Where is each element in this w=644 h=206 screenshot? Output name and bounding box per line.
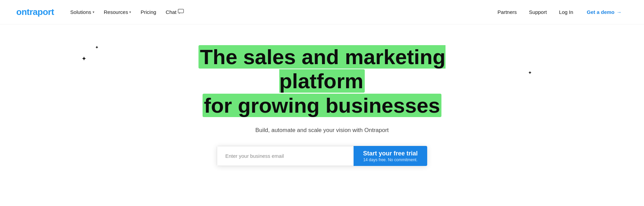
- hero-subtitle: Build, automate and scale your vision wi…: [255, 127, 389, 134]
- chevron-down-icon: ▾: [93, 10, 94, 14]
- nav-right-items: Partners Support Log In Get a demo →: [493, 6, 628, 18]
- trial-button-sub-label: 14 days free. No commitment.: [363, 157, 417, 162]
- sparkle-icon-3: ✦: [528, 70, 532, 75]
- hero-title-line1: The sales and marketing platform: [198, 45, 446, 93]
- arrow-right-icon: →: [617, 9, 622, 15]
- nav-support[interactable]: Support: [524, 6, 552, 18]
- chat-icon: [178, 9, 184, 16]
- email-input[interactable]: [217, 146, 354, 166]
- svg-rect-0: [178, 9, 184, 13]
- email-form: Start your free trial 14 days free. No c…: [217, 146, 427, 166]
- nav-pricing[interactable]: Pricing: [136, 6, 160, 18]
- trial-button-main-label: Start your free trial: [363, 150, 418, 157]
- nav-resources[interactable]: Resources ▾: [100, 6, 135, 18]
- navbar: ontraport Solutions ▾ Resources ▾ Pricin…: [0, 0, 644, 24]
- nav-chat[interactable]: Chat: [162, 6, 188, 18]
- nav-partners[interactable]: Partners: [493, 6, 522, 18]
- nav-get-demo[interactable]: Get a demo →: [581, 6, 628, 18]
- start-trial-button[interactable]: Start your free trial 14 days free. No c…: [354, 146, 427, 166]
- hero-section: ✦ ✦ ✦ The sales and marketing platform f…: [0, 24, 644, 183]
- nav-login[interactable]: Log In: [554, 6, 578, 18]
- nav-solutions[interactable]: Solutions ▾: [66, 6, 98, 18]
- hero-title: The sales and marketing platform for gro…: [169, 45, 475, 117]
- chevron-down-icon: ▾: [129, 10, 131, 14]
- logo[interactable]: ontraport: [16, 7, 54, 17]
- hero-title-line2: for growing businesses: [203, 94, 441, 117]
- nav-left-items: Solutions ▾ Resources ▾ Pricing Chat: [66, 6, 493, 18]
- sparkle-icon-2: ✦: [95, 45, 99, 50]
- sparkle-icon-1: ✦: [81, 55, 87, 62]
